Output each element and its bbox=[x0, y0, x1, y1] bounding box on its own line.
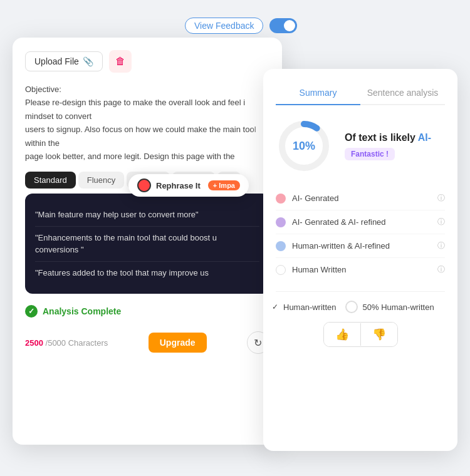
legend-label-ai-refined: AI- Genrated & AI- refined bbox=[292, 217, 386, 227]
ai-highlight: AI- bbox=[418, 132, 431, 143]
right-card: Summary Sentence analysis 10% Of text is… bbox=[263, 69, 457, 451]
info-icon[interactable]: ⓘ bbox=[437, 193, 445, 204]
tab-summary[interactable]: Summary bbox=[276, 81, 360, 105]
view-feedback-label[interactable]: View Feedback bbox=[185, 18, 263, 34]
chart-section: 10% Of text is likely AI- Fantastic ! bbox=[276, 118, 445, 174]
dot-human-ai bbox=[276, 241, 286, 251]
legend-item-human-ai: Human-written & AI-refined ⓘ bbox=[276, 234, 445, 258]
objective-text: Objective: Please re-design this page to… bbox=[25, 85, 263, 164]
ai-text-prefix: Of text is likely bbox=[345, 132, 415, 143]
info-icon-2[interactable]: ⓘ bbox=[437, 217, 445, 227]
legend-list: AI- Genrated ⓘ AI- Genrated & AI- refine… bbox=[276, 187, 445, 281]
upload-file-button[interactable]: Upload File 📎 bbox=[25, 51, 103, 71]
rephrase-popup-label: Rephrase It bbox=[156, 181, 201, 190]
analysis-footer: ✓ Human-written 50% Human-written 👍 👎 bbox=[276, 291, 445, 347]
analysis-complete-label: Analysis Complete bbox=[43, 306, 121, 316]
human-written-label: Human-written bbox=[283, 303, 337, 312]
donut-chart: 10% bbox=[276, 118, 332, 174]
chart-info: Of text is likely AI- Fantastic ! bbox=[345, 132, 445, 161]
legend-item-ai-refined: AI- Genrated & AI- refined ⓘ bbox=[276, 210, 445, 234]
dot-ai-refined bbox=[276, 217, 286, 227]
legend-item-human: Human Written ⓘ bbox=[276, 258, 445, 281]
char-total: /5000 Characters bbox=[46, 338, 108, 348]
feedback-toggle[interactable] bbox=[269, 18, 297, 33]
legend-label-ai-generated: AI- Genrated bbox=[292, 194, 338, 203]
rephrase-badge: + Impa bbox=[208, 180, 240, 190]
dot-human bbox=[276, 265, 286, 275]
refresh-icon: ↻ bbox=[254, 337, 262, 349]
donut-percent: 10% bbox=[293, 140, 315, 153]
paperclip-icon: 📎 bbox=[83, 56, 93, 66]
analysis-complete-row: ✓ Analysis Complete bbox=[25, 299, 269, 324]
fantastic-badge: Fantastic ! bbox=[345, 148, 395, 160]
upload-row: Upload File 📎 🗑 bbox=[25, 50, 269, 73]
view-feedback-bar: View Feedback bbox=[185, 18, 297, 34]
thumbup-button[interactable]: 👍 bbox=[324, 323, 360, 346]
tab-sentence-analysis[interactable]: Sentence analysis bbox=[360, 81, 445, 104]
analysis-tabs-bar: Summary Sentence analysis bbox=[276, 81, 445, 105]
rephrase-popup[interactable]: Rephrase It + Impa bbox=[128, 174, 249, 197]
suggestion-item[interactable]: "Enhancements to the main tool that coul… bbox=[35, 227, 259, 262]
check-circle-icon: ✓ bbox=[25, 305, 38, 318]
upgrade-button[interactable]: Upgrade bbox=[149, 333, 207, 353]
suggestion-item[interactable]: "Main feature may help user to convert m… bbox=[35, 204, 259, 227]
dot-ai-generated bbox=[276, 194, 286, 204]
half-circle-icon bbox=[345, 301, 358, 313]
info-icon-3[interactable]: ⓘ bbox=[437, 241, 445, 251]
upload-file-label: Upload File bbox=[34, 56, 79, 66]
ai-text: Of text is likely AI- bbox=[345, 132, 445, 145]
left-card: Upload File 📎 🗑 Objective: Please re-des… bbox=[13, 38, 282, 445]
thumbdown-button[interactable]: 👎 bbox=[361, 323, 397, 346]
bottom-bar: 2500 /5000 Characters Upgrade ↻ bbox=[25, 331, 269, 354]
char-used: 2500 bbox=[25, 338, 43, 348]
delete-button[interactable]: 🗑 bbox=[109, 50, 132, 73]
editor-text-content[interactable]: Objective: Please re-design this page to… bbox=[25, 83, 269, 164]
char-count: 2500 /5000 Characters bbox=[25, 338, 108, 348]
legend-item-ai-generated: AI- Genrated ⓘ bbox=[276, 187, 445, 210]
tab-fluency[interactable]: Fluency bbox=[78, 172, 125, 189]
suggestion-item[interactable]: "Features added to the tool that may imp… bbox=[35, 262, 259, 284]
legend-label-human-ai: Human-written & AI-refined bbox=[292, 241, 390, 251]
legend-label-human: Human Written bbox=[292, 265, 346, 274]
half-human-label: 50% Human-written bbox=[363, 303, 434, 312]
feedback-row: 👍 👎 bbox=[323, 322, 398, 347]
tab-standard[interactable]: Standard bbox=[25, 172, 76, 189]
info-icon-4[interactable]: ⓘ bbox=[437, 264, 445, 275]
suggestions-box: "Main feature may help user to convert m… bbox=[25, 194, 269, 294]
footer-check-row: ✓ Human-written 50% Human-written bbox=[276, 301, 445, 313]
check-icon: ✓ bbox=[272, 303, 278, 311]
rephrase-circle-icon bbox=[137, 178, 151, 192]
trash-icon: 🗑 bbox=[115, 56, 125, 67]
